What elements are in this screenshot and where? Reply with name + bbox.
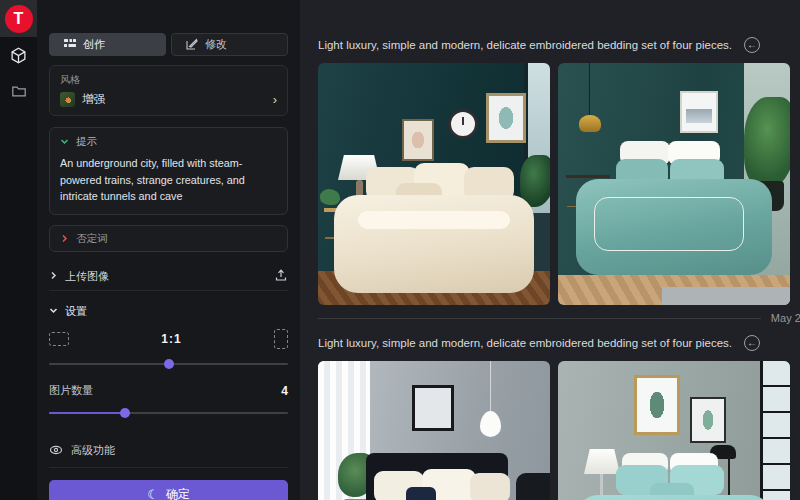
wall-art [412,385,454,431]
chevron-right-icon [60,233,69,245]
pendant-lamp [480,411,501,437]
divider-line [318,318,761,319]
app-logo[interactable]: T [5,5,33,33]
tab-modify-label: 修改 [205,37,227,52]
image-count-label: 图片数量 [49,383,93,398]
plant [320,189,340,205]
settings-label: 设置 [65,304,87,319]
generated-image-1[interactable] [318,63,550,305]
wall-clock [448,109,478,139]
rug [662,287,790,305]
result-grid [318,63,800,305]
chevron-right-icon [49,270,58,282]
prompt-header-label: 提示 [76,135,97,149]
result-caption-row: Light luxury, simple and modern, delicat… [318,331,800,355]
edit-icon [186,38,198,52]
moon-icon: ☾ [147,488,159,500]
result-grid [318,361,800,500]
nightstand [566,175,610,178]
result-caption: Light luxury, simple and modern, delicat… [318,39,732,51]
aspect-ratio-slider[interactable] [49,359,288,369]
upload-image-label: 上传图像 [65,269,109,284]
wall-art [402,119,434,161]
style-thumbnail [60,92,75,107]
pendant-lamp [579,115,601,132]
date-divider: May 24, [318,305,800,331]
style-value: 增强 [82,92,105,107]
sidebar-rail: T [0,0,37,500]
mode-tabs: 创作 修改 [49,33,288,56]
reuse-prompt-icon[interactable]: ← [744,37,760,53]
upload-icon[interactable] [274,268,288,284]
chevron-down-icon [60,136,69,148]
chevron-down-icon [49,305,58,317]
table-lamp [584,449,620,474]
app-window: T [0,0,800,500]
cube-icon [10,47,27,64]
landscape-ratio-icon[interactable] [49,332,69,346]
wall-art [690,397,726,443]
window [760,361,790,500]
slider-thumb[interactable] [164,359,174,369]
results-gallery: Light luxury, simple and modern, delicat… [300,0,800,500]
wall-art [680,91,718,133]
style-section: 风格 增强 › [49,65,288,116]
style-label: 风格 [60,73,277,87]
result-caption-row: Light luxury, simple and modern, delicat… [318,33,800,57]
date-label: May 24, [771,312,800,324]
wall-art [634,375,680,435]
advanced-features-label: 高级功能 [71,443,115,458]
aspect-ratio-value: 1:1 [69,332,274,346]
slider-fill [49,412,125,414]
image-count-row: 图片数量 4 [49,383,288,398]
advanced-features-toggle[interactable]: 高级功能 [49,434,288,468]
sidebar-item-files[interactable] [0,73,37,109]
wall-art [486,93,526,143]
tab-create-label: 创作 [83,37,105,52]
generated-image-2[interactable] [558,63,790,305]
slider-thumb[interactable] [120,408,130,418]
settings-header[interactable]: 设置 [49,299,288,323]
generation-panel: 创作 修改 风格 增强 › [37,0,300,500]
negative-prompt-label: 否定词 [76,232,108,246]
prompt-section: 提示 An underground city, filled with stea… [49,127,288,215]
bed [334,195,534,293]
negative-prompt-section[interactable]: 否定词 [49,225,288,252]
tab-create[interactable]: 创作 [49,33,166,56]
reuse-prompt-icon[interactable]: ← [744,335,760,351]
portrait-ratio-icon[interactable] [274,329,288,349]
image-count-value: 4 [281,384,288,398]
pillow [470,473,510,500]
prompt-header[interactable]: 提示 [60,135,277,149]
image-count-slider[interactable] [49,408,288,418]
prompt-input[interactable]: An underground city, filled with steam-p… [60,155,277,205]
confirm-label: 确定 [166,486,190,500]
style-selector[interactable]: 增强 › [60,92,277,107]
sidebar-item-models[interactable] [0,37,37,73]
confirm-button[interactable]: ☾ 确定 [49,480,288,500]
logo-tile: T [0,0,37,37]
pillow [406,487,436,500]
upload-image-section[interactable]: 上传图像 [49,262,288,291]
eye-icon [49,443,63,459]
aspect-ratio-row: 1:1 [49,329,288,349]
grid-icon [64,38,76,52]
generated-image-3[interactable] [318,361,550,500]
tab-modify[interactable]: 修改 [171,33,288,56]
generated-image-4[interactable] [558,361,790,500]
plant [744,97,790,189]
chevron-right-icon: › [273,93,277,106]
folder-icon [11,83,27,99]
result-caption: Light luxury, simple and modern, delicat… [318,337,732,349]
armchair [516,473,550,500]
bed [576,495,772,500]
